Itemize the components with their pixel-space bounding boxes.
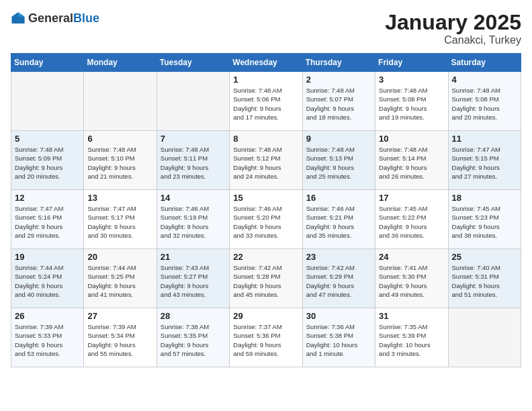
logo: General Blue: [11, 11, 99, 26]
logo-general-text: General: [28, 12, 73, 24]
calendar-cell: 20Sunrise: 7:44 AM Sunset: 5:25 PM Dayli…: [84, 249, 157, 308]
month-title: January 2025: [385, 11, 521, 34]
day-info: Sunrise: 7:42 AM Sunset: 5:28 PM Dayligh…: [233, 263, 298, 299]
day-number: 8: [233, 134, 298, 144]
day-info: Sunrise: 7:43 AM Sunset: 5:27 PM Dayligh…: [161, 263, 226, 299]
weekday-header: Sunday: [11, 54, 84, 72]
calendar-cell: 11Sunrise: 7:47 AM Sunset: 5:15 PM Dayli…: [448, 131, 521, 190]
calendar-cell: 30Sunrise: 7:36 AM Sunset: 5:38 PM Dayli…: [302, 308, 375, 367]
day-number: 2: [306, 75, 371, 85]
calendar-table: SundayMondayTuesdayWednesdayThursdayFrid…: [11, 53, 521, 367]
day-number: 7: [161, 134, 226, 144]
calendar-cell: 1Sunrise: 7:48 AM Sunset: 5:06 PM Daylig…: [230, 72, 302, 131]
calendar-cell: 4Sunrise: 7:48 AM Sunset: 5:08 PM Daylig…: [448, 72, 521, 131]
day-info: Sunrise: 7:48 AM Sunset: 5:09 PM Dayligh…: [15, 145, 80, 181]
page-header: General Blue January 2025 Canakci, Turke…: [11, 11, 521, 46]
day-info: Sunrise: 7:44 AM Sunset: 5:25 PM Dayligh…: [87, 263, 152, 299]
day-number: 20: [87, 252, 152, 262]
day-number: 3: [379, 75, 444, 85]
calendar-cell: 9Sunrise: 7:48 AM Sunset: 5:13 PM Daylig…: [302, 131, 375, 190]
day-number: 22: [233, 252, 298, 262]
weekday-header: Thursday: [302, 54, 375, 72]
calendar-cell: 22Sunrise: 7:42 AM Sunset: 5:28 PM Dayli…: [230, 249, 302, 308]
calendar-cell: 23Sunrise: 7:42 AM Sunset: 5:29 PM Dayli…: [302, 249, 375, 308]
calendar-cell: 3Sunrise: 7:48 AM Sunset: 5:08 PM Daylig…: [375, 72, 448, 131]
day-info: Sunrise: 7:46 AM Sunset: 5:21 PM Dayligh…: [306, 204, 371, 240]
day-info: Sunrise: 7:46 AM Sunset: 5:19 PM Dayligh…: [161, 204, 226, 240]
calendar-week-row: 5Sunrise: 7:48 AM Sunset: 5:09 PM Daylig…: [11, 131, 521, 190]
calendar-cell: 16Sunrise: 7:46 AM Sunset: 5:21 PM Dayli…: [302, 190, 375, 249]
day-info: Sunrise: 7:46 AM Sunset: 5:20 PM Dayligh…: [233, 204, 298, 240]
calendar-cell: [84, 72, 157, 131]
calendar-cell: 15Sunrise: 7:46 AM Sunset: 5:20 PM Dayli…: [230, 190, 302, 249]
day-number: 25: [452, 252, 517, 262]
day-number: 11: [452, 134, 517, 144]
day-number: 28: [161, 311, 226, 321]
location-text: Canakci, Turkey: [385, 34, 521, 46]
day-info: Sunrise: 7:48 AM Sunset: 5:11 PM Dayligh…: [161, 145, 226, 181]
day-info: Sunrise: 7:38 AM Sunset: 5:35 PM Dayligh…: [161, 322, 226, 358]
day-info: Sunrise: 7:48 AM Sunset: 5:06 PM Dayligh…: [233, 86, 298, 122]
day-info: Sunrise: 7:48 AM Sunset: 5:10 PM Dayligh…: [87, 145, 152, 181]
day-number: 9: [306, 134, 371, 144]
day-number: 4: [452, 75, 517, 85]
day-number: 19: [15, 252, 80, 262]
day-number: 26: [15, 311, 80, 321]
calendar-cell: 2Sunrise: 7:48 AM Sunset: 5:07 PM Daylig…: [302, 72, 375, 131]
day-info: Sunrise: 7:47 AM Sunset: 5:15 PM Dayligh…: [452, 145, 517, 181]
calendar-cell: 29Sunrise: 7:37 AM Sunset: 5:36 PM Dayli…: [230, 308, 302, 367]
logo-blue-text: Blue: [73, 12, 99, 24]
calendar-cell: 10Sunrise: 7:48 AM Sunset: 5:14 PM Dayli…: [375, 131, 448, 190]
day-number: 21: [161, 252, 226, 262]
day-info: Sunrise: 7:37 AM Sunset: 5:36 PM Dayligh…: [233, 322, 298, 358]
day-info: Sunrise: 7:48 AM Sunset: 5:08 PM Dayligh…: [379, 86, 444, 122]
day-number: 14: [161, 193, 226, 203]
calendar-cell: 7Sunrise: 7:48 AM Sunset: 5:11 PM Daylig…: [157, 131, 229, 190]
calendar-cell: 31Sunrise: 7:35 AM Sunset: 5:39 PM Dayli…: [375, 308, 448, 367]
day-info: Sunrise: 7:36 AM Sunset: 5:38 PM Dayligh…: [306, 322, 371, 358]
day-info: Sunrise: 7:39 AM Sunset: 5:33 PM Dayligh…: [15, 322, 80, 358]
title-area: January 2025 Canakci, Turkey: [385, 11, 521, 46]
day-info: Sunrise: 7:47 AM Sunset: 5:16 PM Dayligh…: [15, 204, 80, 240]
calendar-cell: [157, 72, 229, 131]
weekday-header: Monday: [84, 54, 157, 72]
calendar-cell: 28Sunrise: 7:38 AM Sunset: 5:35 PM Dayli…: [157, 308, 229, 367]
day-info: Sunrise: 7:48 AM Sunset: 5:14 PM Dayligh…: [379, 145, 444, 181]
day-number: 15: [233, 193, 298, 203]
calendar-cell: 5Sunrise: 7:48 AM Sunset: 5:09 PM Daylig…: [11, 131, 84, 190]
calendar-cell: [11, 72, 84, 131]
calendar-week-row: 19Sunrise: 7:44 AM Sunset: 5:24 PM Dayli…: [11, 249, 521, 308]
day-number: 30: [306, 311, 371, 321]
weekday-header: Saturday: [448, 54, 521, 72]
day-number: 18: [452, 193, 517, 203]
calendar-cell: 13Sunrise: 7:47 AM Sunset: 5:17 PM Dayli…: [84, 190, 157, 249]
day-info: Sunrise: 7:48 AM Sunset: 5:08 PM Dayligh…: [452, 86, 517, 122]
weekday-header: Tuesday: [157, 54, 229, 72]
day-number: 16: [306, 193, 371, 203]
day-number: 13: [87, 193, 152, 203]
calendar-week-row: 12Sunrise: 7:47 AM Sunset: 5:16 PM Dayli…: [11, 190, 521, 249]
day-info: Sunrise: 7:41 AM Sunset: 5:30 PM Dayligh…: [379, 263, 444, 299]
day-info: Sunrise: 7:42 AM Sunset: 5:29 PM Dayligh…: [306, 263, 371, 299]
calendar-week-row: 26Sunrise: 7:39 AM Sunset: 5:33 PM Dayli…: [11, 308, 521, 367]
day-number: 10: [379, 134, 444, 144]
calendar-cell: [448, 308, 521, 367]
weekday-header: Wednesday: [230, 54, 302, 72]
calendar-cell: 8Sunrise: 7:48 AM Sunset: 5:12 PM Daylig…: [230, 131, 302, 190]
day-number: 23: [306, 252, 371, 262]
calendar-cell: 25Sunrise: 7:40 AM Sunset: 5:31 PM Dayli…: [448, 249, 521, 308]
day-number: 17: [379, 193, 444, 203]
weekday-header: Friday: [375, 54, 448, 72]
day-number: 5: [15, 134, 80, 144]
calendar-week-row: 1Sunrise: 7:48 AM Sunset: 5:06 PM Daylig…: [11, 72, 521, 131]
day-number: 27: [87, 311, 152, 321]
calendar-cell: 19Sunrise: 7:44 AM Sunset: 5:24 PM Dayli…: [11, 249, 84, 308]
calendar-cell: 24Sunrise: 7:41 AM Sunset: 5:30 PM Dayli…: [375, 249, 448, 308]
day-info: Sunrise: 7:45 AM Sunset: 5:22 PM Dayligh…: [379, 204, 444, 240]
calendar-cell: 12Sunrise: 7:47 AM Sunset: 5:16 PM Dayli…: [11, 190, 84, 249]
day-info: Sunrise: 7:39 AM Sunset: 5:34 PM Dayligh…: [87, 322, 152, 358]
day-info: Sunrise: 7:47 AM Sunset: 5:17 PM Dayligh…: [87, 204, 152, 240]
day-number: 29: [233, 311, 298, 321]
day-number: 1: [233, 75, 298, 85]
svg-marker-1: [18, 12, 25, 17]
